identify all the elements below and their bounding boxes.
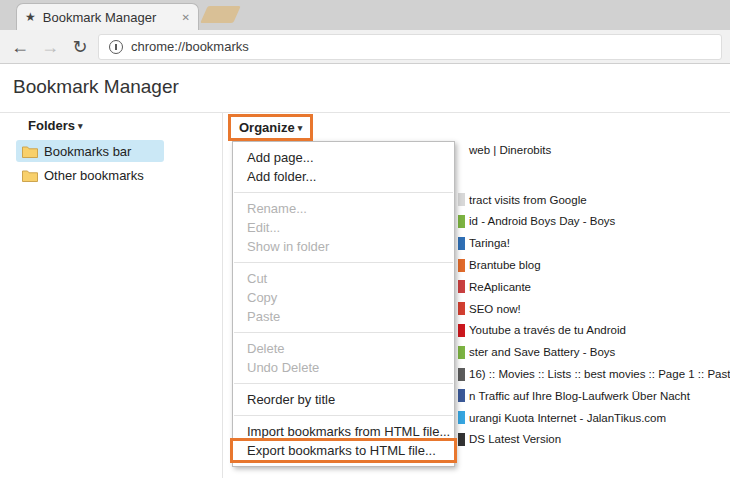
organize-menu: Add page... Add folder... Rename... Edit… (232, 141, 455, 467)
bookmark-item[interactable]: n Traffic auf Ihre Blog-Laufwerk Über Na… (458, 385, 730, 407)
url-text: chrome://bookmarks (131, 39, 249, 54)
bookmark-item[interactable]: Brantube blog (458, 254, 730, 276)
bookmark-star-icon: ★ (25, 11, 36, 23)
bookmark-item[interactable]: id - Android Boys Day - Boys (458, 211, 730, 233)
bookmark-favicon (458, 215, 465, 228)
chevron-down-icon: ▾ (298, 123, 303, 133)
bookmark-label: ster and Save Battery - Boys (469, 346, 615, 358)
folder-label: Bookmarks bar (44, 144, 131, 159)
menu-item-delete: Delete (233, 339, 454, 358)
menu-item-show-in-folder: Show in folder (233, 237, 454, 256)
bookmark-item[interactable]: web | Dinerobits (458, 139, 730, 161)
tab-strip: ★ Bookmark Manager ✕ (0, 0, 730, 30)
bookmark-favicon (458, 411, 465, 424)
bookmark-favicon (458, 259, 465, 272)
bookmark-list: web | Dinerobits tract visits from Googl… (458, 139, 730, 450)
organize-label: Organize (239, 120, 295, 135)
bookmark-favicon (458, 193, 465, 206)
horizontal-divider (0, 112, 730, 113)
bookmark-favicon (458, 237, 465, 250)
vertical-divider (222, 113, 223, 478)
bookmark-label: Youtube a través de tu Android (469, 324, 626, 336)
sidebar-item-other-bookmarks[interactable]: Other bookmarks (16, 164, 164, 186)
chevron-down-icon: ▾ (78, 121, 83, 131)
bookmark-item[interactable]: DS Latest Version (458, 429, 730, 451)
menu-item-copy: Copy (233, 288, 454, 307)
menu-separator (234, 262, 453, 263)
url-input[interactable]: chrome://bookmarks (98, 34, 722, 60)
forward-icon[interactable]: → (38, 38, 62, 56)
bookmark-label: SEO now! (469, 303, 521, 315)
bookmark-item[interactable]: Taringa! (458, 232, 730, 254)
bookmark-favicon (458, 433, 465, 446)
bookmark-favicon (458, 346, 465, 359)
menu-item-paste: Paste (233, 307, 454, 326)
browser-toolbar: ← → ↻ chrome://bookmarks (0, 30, 730, 64)
menu-item-import-bookmarks[interactable]: Import bookmarks from HTML file... (233, 422, 454, 441)
folder-icon (22, 145, 38, 158)
page-info-icon[interactable] (109, 40, 123, 54)
bookmark-favicon (458, 143, 465, 156)
menu-item-undo-delete: Undo Delete (233, 358, 454, 377)
back-icon[interactable]: ← (8, 38, 32, 56)
folders-label: Folders (28, 118, 75, 133)
browser-tab[interactable]: ★ Bookmark Manager ✕ (16, 3, 199, 30)
page-title: Bookmark Manager (13, 76, 179, 98)
bookmark-item[interactable]: ster and Save Battery - Boys (458, 341, 730, 363)
bookmark-label: n Traffic auf Ihre Blog-Laufwerk Über Na… (469, 390, 690, 402)
bookmark-label: urangi Kuota Internet - JalanTikus.com (469, 412, 666, 424)
bookmark-item[interactable]: Youtube a través de tu Android (458, 320, 730, 342)
bookmark-item[interactable]: 16) :: Movies :: Lists :: best movies ::… (458, 363, 730, 385)
bookmark-item[interactable]: tract visits from Google (458, 189, 730, 211)
organize-button[interactable]: Organize ▾ (231, 117, 310, 138)
folders-dropdown-button[interactable]: Folders ▾ (28, 118, 83, 133)
bookmark-label: 16) :: Movies :: Lists :: best movies ::… (469, 368, 730, 380)
bookmark-item[interactable]: SEO now! (458, 298, 730, 320)
new-tab-button[interactable] (200, 6, 241, 23)
bookmark-label: id - Android Boys Day - Boys (469, 215, 615, 227)
menu-separator (234, 332, 453, 333)
bookmark-favicon (458, 280, 465, 293)
folder-list: Bookmarks bar Other bookmarks (16, 140, 186, 186)
folder-label: Other bookmarks (44, 168, 144, 183)
bookmark-favicon (458, 324, 465, 337)
sidebar-item-bookmarks-bar[interactable]: Bookmarks bar (16, 140, 164, 162)
bookmark-favicon (458, 368, 465, 381)
bookmark-item[interactable]: urangi Kuota Internet - JalanTikus.com (458, 407, 730, 429)
bookmark-favicon (458, 302, 465, 315)
folder-icon (22, 169, 38, 182)
reload-icon[interactable]: ↻ (68, 38, 92, 56)
bookmark-label: Brantube blog (469, 259, 541, 271)
menu-item-export-bookmarks[interactable]: Export bookmarks to HTML file... (233, 441, 454, 460)
bookmark-label: tract visits from Google (469, 194, 587, 206)
menu-item-reorder-by-title[interactable]: Reorder by title (233, 390, 454, 409)
menu-item-edit: Edit... (233, 218, 454, 237)
bookmark-label: Taringa! (469, 237, 510, 249)
bookmark-favicon (458, 389, 465, 402)
menu-item-add-page[interactable]: Add page... (233, 148, 454, 167)
tab-title: Bookmark Manager (43, 10, 175, 25)
menu-item-add-folder[interactable]: Add folder... (233, 167, 454, 186)
bookmark-item[interactable]: ReAplicante (458, 276, 730, 298)
menu-item-cut: Cut (233, 269, 454, 288)
bookmark-label: DS Latest Version (469, 433, 561, 445)
menu-separator (234, 383, 453, 384)
bookmark-label: web | Dinerobits (469, 144, 551, 156)
menu-separator (234, 415, 453, 416)
tab-close-icon[interactable]: ✕ (182, 12, 190, 23)
bookmark-label: ReAplicante (469, 281, 531, 293)
menu-item-rename: Rename... (233, 199, 454, 218)
menu-separator (234, 192, 453, 193)
